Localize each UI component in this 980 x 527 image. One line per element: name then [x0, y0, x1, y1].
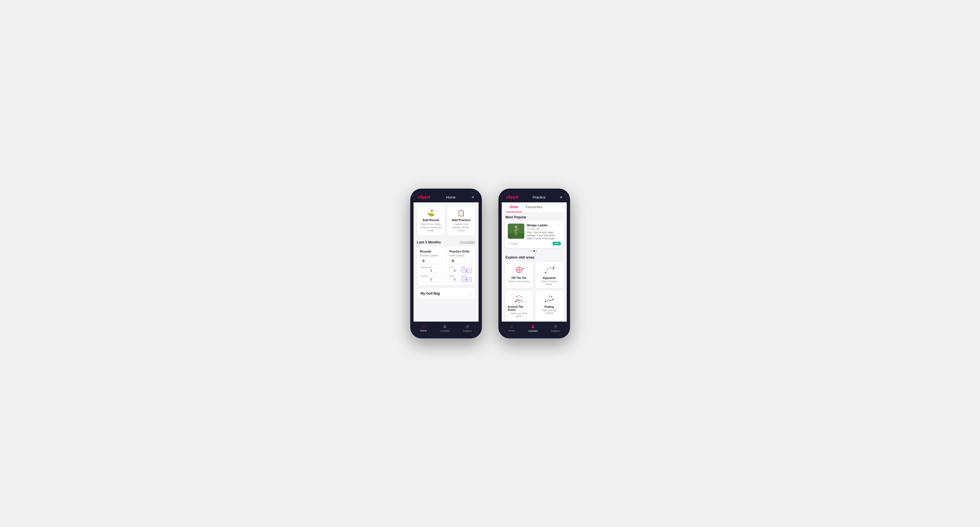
- carousel-dots: [502, 248, 567, 254]
- practice-content: Most Popular: [502, 213, 567, 322]
- off-the-tee-desc: Power and accuracy: [508, 280, 530, 283]
- stats-section-header: Last 3 Months View Activity: [414, 239, 479, 246]
- practice-stat-row: Practice 0: [420, 275, 443, 282]
- practice-label: Practice: [420, 275, 443, 277]
- approach-title: Approach: [543, 276, 556, 279]
- dot-1: [531, 250, 532, 252]
- svg-point-21: [522, 301, 523, 302]
- app-badge: APP: [553, 242, 560, 245]
- most-popular-label: Most Popular: [502, 213, 567, 221]
- drill-description: Play 1 shot at each target yardage. If y…: [527, 231, 561, 240]
- action-cards: ⛳ Add Round Record your shots in fast or…: [414, 202, 479, 239]
- practice-nav-activities[interactable]: ♟ Activities: [528, 324, 538, 332]
- add-practice-card[interactable]: 📋 Add Practice Capture your practice off…: [447, 206, 475, 236]
- practice-title: Practice: [533, 195, 546, 199]
- stats-row: Rounds Rounds Capture 0 Tournament 0 Pra…: [420, 250, 472, 282]
- practice-nav-home[interactable]: ⌂ Home: [508, 324, 515, 332]
- practice-capture-label: Capture: [551, 330, 560, 332]
- practice-value: 0: [420, 277, 443, 282]
- putt-stat: PUTT 4: [461, 275, 472, 282]
- add-round-title: Add Round: [423, 218, 439, 222]
- explore-skill-areas-label: Explore skill areas: [502, 254, 567, 262]
- capture-nav-label: Capture: [463, 330, 472, 332]
- nav-capture[interactable]: ⊕ Capture: [463, 324, 472, 332]
- drill-subtitle: 50–100 yds: [527, 227, 561, 230]
- tab-drills[interactable]: Drills: [506, 202, 522, 212]
- tournament-label: Tournament: [420, 266, 443, 268]
- practice-nav-capture[interactable]: ⊕ Capture: [551, 324, 560, 332]
- putting-icon-area: [542, 293, 556, 304]
- rounds-title: Rounds: [420, 250, 443, 253]
- practice-activities-label: Activities: [528, 330, 538, 332]
- capture-nav-icon: ⊕: [466, 324, 469, 329]
- practice-capture-icon: ⊕: [554, 324, 557, 329]
- svg-point-24: [519, 295, 520, 296]
- drill-thumbnail: [508, 224, 524, 239]
- my-golf-bag-card[interactable]: My Golf Bag ›: [417, 288, 475, 299]
- app-stat: APP 4: [461, 266, 472, 273]
- svg-point-28: [549, 300, 550, 301]
- shots-icon: ○: [508, 242, 509, 245]
- svg-marker-18: [553, 267, 555, 268]
- bottom-nav-practice: ⌂ Home ♟ Activities ⊕ Capture: [502, 322, 567, 335]
- putt-value: 4: [461, 277, 472, 282]
- skill-putting[interactable]: Putting Make and lag practice: [535, 290, 563, 320]
- ott-label: OTT: [449, 266, 460, 268]
- arg-value: 0: [449, 277, 460, 282]
- add-round-desc: Record your shots in fast or enhanced mo…: [420, 223, 442, 232]
- skill-grid: Off The Tee Power and accuracy: [502, 262, 567, 322]
- practice-menu-icon[interactable]: ≡: [560, 195, 562, 199]
- off-the-tee-icon-area: [512, 264, 526, 275]
- putting-desc: Make and lag practice: [538, 309, 561, 314]
- menu-icon[interactable]: ≡: [472, 195, 474, 199]
- wedge-ladder-card[interactable]: Wedge Ladder ☆ 50–100 yds Play 1 shot at…: [505, 221, 563, 248]
- putt-label: PUTT: [461, 275, 472, 277]
- tabs-bar: Drills Favourites: [502, 202, 567, 213]
- add-practice-desc: Capture your practice off-the-course: [450, 223, 473, 232]
- drill-shots: ○ 9 shots: [508, 242, 518, 245]
- around-the-green-icon-area: [512, 293, 526, 304]
- practice-home-icon: ⌂: [510, 324, 513, 329]
- rounds-sub-stats: Tournament 0: [420, 266, 443, 273]
- rounds-column: Rounds Rounds Capture 0 Tournament 0 Pra…: [420, 250, 443, 282]
- svg-point-23: [516, 296, 517, 297]
- golf-bag-label: My Golf Bag: [421, 292, 440, 295]
- phone-home: clippd Home ≡ ⛳ Add Round Record your sh…: [410, 189, 482, 338]
- skill-approach[interactable]: Approach Dial-in to hit the green: [535, 262, 563, 288]
- drills-sub-stats-2: ARG 0 PUTT 4: [449, 275, 472, 282]
- drills-sub-stats: OTT 0 APP 4: [449, 266, 472, 273]
- phone-practice: clippd Practice ≡ Drills Favourites Most…: [498, 189, 570, 338]
- dot-2: [533, 250, 535, 252]
- dot-3: [536, 250, 537, 252]
- activities-nav-icon: ♟: [443, 324, 447, 329]
- tournament-stat: Tournament 0: [420, 266, 443, 273]
- nav-home[interactable]: ⌂ Home: [420, 324, 427, 332]
- svg-point-14: [547, 269, 548, 270]
- rounds-total-value: 0: [420, 257, 443, 264]
- golf-bag-chevron: ›: [470, 291, 471, 296]
- svg-point-20: [515, 301, 516, 302]
- home-nav-label: Home: [420, 329, 427, 332]
- nav-activities[interactable]: ♟ Activities: [440, 324, 450, 332]
- skill-off-the-tee[interactable]: Off The Tee Power and accuracy: [505, 262, 533, 288]
- ott-stat: OTT 0: [449, 266, 460, 273]
- practice-app-logo: clippd: [506, 195, 518, 200]
- approach-icon-area: [542, 264, 556, 275]
- drill-info: Wedge Ladder ☆ 50–100 yds Play 1 shot at…: [527, 224, 561, 240]
- last-3-months-label: Last 3 Months: [417, 240, 441, 244]
- tab-favourites[interactable]: Favourites: [522, 202, 547, 212]
- app-header-practice: clippd Practice ≡: [502, 192, 567, 202]
- view-activity-link[interactable]: View Activity: [460, 241, 475, 244]
- bottom-nav-home: ⌂ Home ♟ Activities ⊕ Capture: [414, 322, 479, 335]
- off-the-tee-title: Off The Tee: [511, 276, 526, 279]
- favourite-star-icon[interactable]: ☆: [558, 224, 561, 227]
- svg-point-22: [518, 300, 520, 302]
- skill-around-the-green[interactable]: Around The Green Hone your short game: [505, 290, 533, 320]
- drills-title: Practice Drills: [449, 250, 472, 253]
- drill-footer: ○ 9 shots APP: [508, 242, 561, 245]
- approach-desc: Dial-in to hit the green: [538, 280, 561, 286]
- svg-point-26: [545, 301, 546, 302]
- svg-point-25: [521, 296, 522, 297]
- app-value: 4: [461, 268, 472, 273]
- add-round-card[interactable]: ⛳ Add Round Record your shots in fast or…: [417, 206, 445, 236]
